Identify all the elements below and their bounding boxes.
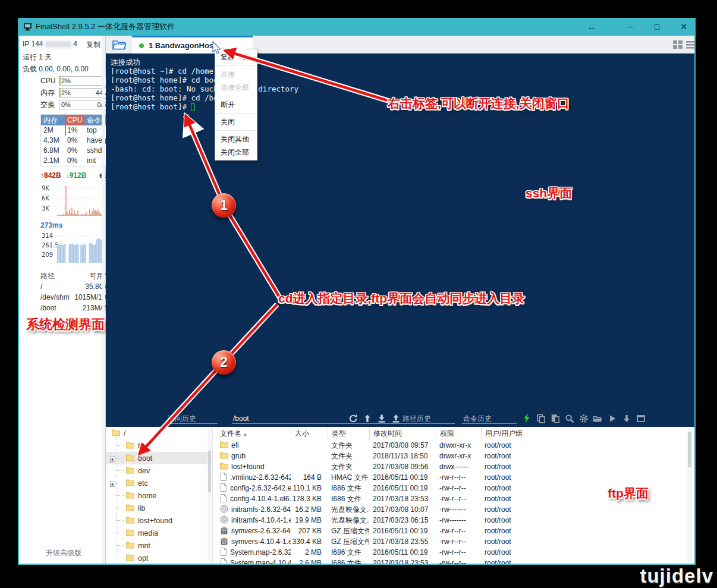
tree-scrollbar-thumb[interactable] [208,451,211,492]
context-menu-item[interactable]: 关闭全部 [215,146,257,159]
visit-history-input[interactable]: 访问历史 [166,413,218,424]
folder-icon [126,479,134,488]
file-row[interactable]: .vmlinuz-2.6.32-642.el... 164 BHMAC 文件20… [216,472,694,483]
file-row[interactable]: System.map-4.10.4-1... 2.6 MBI686 文件2017… [216,558,694,564]
folder-icon [126,491,134,501]
file-row[interactable]: grub 文件夹2018/11/13 18:50drwxr-xr-xroot/r… [216,451,694,461]
connected-status-dot [139,43,144,48]
terminal-line: [root@host home]# cd boot [111,76,298,84]
expand-icon[interactable] [110,480,115,489]
annotation-ftp-label: ftp界面 [608,485,649,502]
file-col-header[interactable]: 文件名 ▲ [216,427,291,440]
ip-redacted-blur [45,41,71,48]
context-menu-item[interactable]: 断开 [215,98,257,111]
tree-item-home[interactable]: home [106,489,212,502]
folder-file-icon [220,441,231,450]
title-bar: FinalShell 2.9.5.2 一体化服务器管理软件 ↔ ─ □ ✕ [18,18,696,36]
file-list-scrollbar-thumb[interactable] [688,432,691,467]
lightning-icon[interactable] [521,413,532,423]
search-icon[interactable] [564,413,574,423]
tree-scrollbar[interactable] [207,429,212,561]
terminal-line: [root@host boot]# [111,102,298,111]
copy-ip-button[interactable]: 复制 [86,40,100,50]
file-col-header[interactable]: 大小 [291,427,328,440]
grid-view-icon[interactable] [673,40,683,49]
transfer-icons [348,413,401,423]
file-row[interactable]: efi 文件夹2017/03/08 09:57drwxr-xr-xroot/ro… [216,440,694,451]
toolbar-separator [397,414,397,423]
context-menu-item[interactable]: 关闭其他 [215,133,257,146]
download-icon[interactable] [376,413,386,423]
tree-item-lost-found[interactable]: lost+found [106,514,212,527]
file-row[interactable]: initramfs-2.6.32-642.e... 16.2 MB光盘映像文..… [216,504,694,515]
tree-item-lib[interactable]: lib [106,502,212,514]
terminal-line: [root@host home]# cd /boot [111,93,298,102]
tree-item-boot[interactable]: boot [106,452,212,464]
upload-rate: ↑842B [40,171,61,180]
menu-separator [216,96,256,96]
svg-text:314: 314 [42,232,53,239]
upgrade-link[interactable]: 升级高级版 [46,548,81,558]
play-icon[interactable] [607,413,617,423]
context-menu-item: 连接全部 [215,81,257,94]
path-history-input[interactable]: 路径历史 [401,413,455,424]
watermark: tujidelv [640,565,713,587]
file-file-icon [220,548,230,558]
minimize-button[interactable]: ─ [620,22,640,32]
folder-icon [112,429,120,438]
process-col-header[interactable]: CPU [65,115,84,125]
gear-icon[interactable] [578,413,589,423]
file-row[interactable]: GZsymvers-2.6.32-642.el... 207 KBGZ 压缩文件… [216,526,694,536]
ftp-toolbar: 访问历史 /boot 路径历史 命令历史 [106,411,694,427]
tree-item-bin[interactable]: bin [106,439,212,452]
file-row[interactable]: System.map-2.6.32-6... 2 MBI686 文件2016/0… [216,547,694,558]
close-button[interactable]: ✕ [674,22,694,32]
copy-icon[interactable] [536,413,546,423]
open-folder-icon[interactable] [593,413,603,423]
window-border-right [694,36,696,565]
context-menu-item[interactable]: 复制标签 [215,51,257,64]
file-col-header[interactable]: 类型 [328,427,369,440]
folder-icon [126,441,134,451]
file-col-header[interactable]: 权限 [436,427,481,440]
file-row[interactable]: GZsymvers-4.10.4-1.el6.... 330.4 KBGZ 压缩… [216,536,694,547]
menu-separator [216,130,256,131]
annotation-system-label: 系统检测界面 [26,316,105,334]
maximize-button[interactable]: □ [647,22,667,32]
resize-arrows-icon[interactable]: ↔ [581,22,602,32]
tree-item-media[interactable]: media [106,527,212,539]
file-row[interactable]: initramfs-4.10.4-1.el6.... 19.9 MB光盘映像文.… [216,515,694,526]
tree-item-dev[interactable]: dev [106,464,212,477]
upload-icon[interactable] [391,413,401,423]
sidebar-scrollbar[interactable] [102,36,105,564]
down-icon[interactable] [621,413,631,423]
tree-item-opt[interactable]: opt [106,552,212,564]
directory-tree: /binbootdevetchomeliblost+foundmediamnto… [106,427,213,564]
process-col-header[interactable]: 内存 [41,115,65,125]
svg-text:9K: 9K [42,185,49,191]
server-ip-row: IP 144 4 [23,40,77,48]
file-list-header[interactable]: 文件名 ▲大小类型修改时间权限用户/用户组 [216,427,694,440]
paste-icon[interactable] [550,413,560,423]
ip-label: IP 144 [23,40,43,48]
tree-item-etc[interactable]: etc [106,477,212,489]
up-icon[interactable] [362,413,372,423]
file-col-header[interactable]: 修改时间 [369,427,436,440]
expand-icon[interactable] [110,455,115,464]
open-connection-folder-button[interactable] [112,39,127,51]
load-average-label: 负载 0.00, 0.00, 0.00 [23,64,89,74]
command-history-input[interactable]: 命令历史 [462,413,517,424]
ftp-action-icons [521,413,646,423]
svg-text:209: 209 [42,251,53,258]
refresh-icon[interactable] [348,413,358,423]
hamburger-menu-icon[interactable] [686,40,696,49]
ping-latency-label: 273ms [40,221,62,229]
file-col-header[interactable]: 用户/用户组 [481,427,694,440]
tree-item-mnt[interactable]: mnt [106,539,212,552]
svg-text:261.5: 261.5 [42,242,59,249]
file-row[interactable]: lost+found 文件夹2017/03/08 09:56drwx------… [216,461,694,472]
window-icon[interactable] [636,413,646,423]
tree-item--[interactable]: / [106,427,212,439]
context-menu-item[interactable]: 关闭 [215,115,257,128]
step-badge-1: 1 [212,193,236,218]
